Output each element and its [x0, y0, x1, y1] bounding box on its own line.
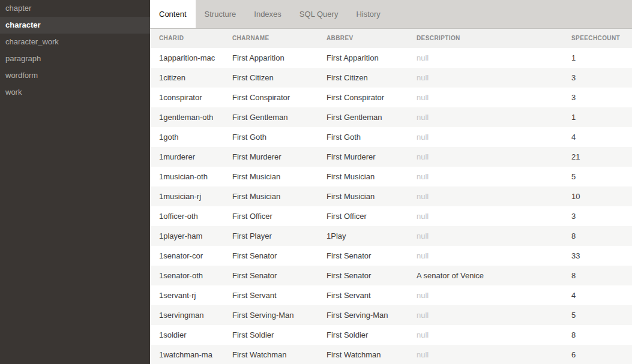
cell-speechcount: 4 [562, 285, 632, 305]
sidebar-item-paragraph[interactable]: paragraph [0, 50, 150, 67]
cell-charid: 1soldier [150, 325, 223, 345]
table-row[interactable]: 1musician-othFirst MusicianFirst Musicia… [150, 167, 632, 186]
tab-bar: ContentStructureIndexesSQL QueryHistory [150, 0, 632, 29]
cell-charname: First Soldier [223, 325, 318, 345]
cell-speechcount: 1 [562, 107, 632, 127]
cell-speechcount: 5 [562, 167, 632, 186]
cell-charid: 1goth [150, 127, 223, 147]
cell-charid: 1musician-oth [150, 167, 223, 186]
column-header-abbrev[interactable]: ABBREV [318, 29, 408, 48]
cell-charid: 1servant-rj [150, 285, 223, 305]
main-panel: ContentStructureIndexesSQL QueryHistory … [150, 0, 632, 364]
cell-description: A senator of Venice [408, 266, 562, 285]
cell-abbrev: First Murderer [318, 147, 408, 167]
cell-charname: First Murderer [223, 147, 318, 167]
cell-charname: First Servant [223, 285, 318, 305]
table-row[interactable]: 1conspiratorFirst ConspiratorFirst Consp… [150, 88, 632, 107]
sidebar-item-chapter[interactable]: chapter [0, 0, 150, 17]
column-header-description[interactable]: DESCRIPTION [408, 29, 562, 48]
cell-speechcount: 1 [562, 48, 632, 68]
tab-structure[interactable]: Structure [196, 0, 245, 28]
cell-abbrev: First Goth [318, 127, 408, 147]
tab-sql-query[interactable]: SQL Query [290, 0, 348, 28]
cell-abbrev: First Senator [318, 246, 408, 266]
cell-speechcount: 3 [562, 88, 632, 107]
cell-description: null [408, 48, 562, 68]
cell-abbrev: First Soldier [318, 325, 408, 345]
cell-abbrev: First Officer [318, 206, 408, 226]
column-header-charid[interactable]: CHARID [150, 29, 223, 48]
cell-speechcount: 3 [562, 206, 632, 226]
column-header-speechcount[interactable]: SPEECHCOUNT [562, 29, 632, 48]
sidebar-item-work[interactable]: work [0, 84, 150, 101]
cell-charname: First Conspirator [223, 88, 318, 107]
cell-speechcount: 8 [562, 325, 632, 345]
cell-charid: 1watchman-ma [150, 345, 223, 364]
cell-description: null [408, 186, 562, 206]
cell-speechcount: 4 [562, 127, 632, 147]
cell-description: null [408, 68, 562, 88]
cell-abbrev: First Apparition [318, 48, 408, 68]
cell-abbrev: First Senator [318, 266, 408, 285]
cell-charname: First Senator [223, 266, 318, 285]
cell-charid: 1servingman [150, 305, 223, 325]
cell-charid: 1gentleman-oth [150, 107, 223, 127]
cell-charname: First Officer [223, 206, 318, 226]
table-row[interactable]: 1servingmanFirst Serving-ManFirst Servin… [150, 305, 632, 325]
cell-charname: First Watchman [223, 345, 318, 364]
cell-description: null [408, 226, 562, 246]
cell-abbrev: First Servant [318, 285, 408, 305]
cell-abbrev: 1Play [318, 226, 408, 246]
cell-charid: 1apparition-mac [150, 48, 223, 68]
cell-charname: First Senator [223, 246, 318, 266]
cell-speechcount: 10 [562, 186, 632, 206]
table-row[interactable]: 1senator-corFirst SenatorFirst Senatornu… [150, 246, 632, 266]
column-header-charname[interactable]: CHARNAME [223, 29, 318, 48]
table-row[interactable]: 1player-hamFirst Player1Playnull8 [150, 226, 632, 246]
cell-speechcount: 33 [562, 246, 632, 266]
cell-charname: First Apparition [223, 48, 318, 68]
sidebar-item-character-work[interactable]: character_work [0, 34, 150, 50]
cell-speechcount: 5 [562, 305, 632, 325]
cell-charid: 1player-ham [150, 226, 223, 246]
cell-abbrev: First Serving-Man [318, 305, 408, 325]
cell-description: null [408, 127, 562, 147]
table-row[interactable]: 1musician-rjFirst MusicianFirst Musician… [150, 186, 632, 206]
tab-history[interactable]: History [347, 0, 389, 28]
tab-content[interactable]: Content [150, 0, 196, 28]
table-row[interactable]: 1citizenFirst CitizenFirst Citizennull3 [150, 68, 632, 88]
table-row[interactable]: 1officer-othFirst OfficerFirst Officernu… [150, 206, 632, 226]
cell-description: null [408, 147, 562, 167]
table-body: 1apparition-macFirst ApparitionFirst App… [150, 48, 632, 364]
cell-description: null [408, 325, 562, 345]
table-row[interactable]: 1murdererFirst MurdererFirst Murderernul… [150, 147, 632, 167]
sidebar-item-character[interactable]: character [0, 17, 150, 34]
table-row[interactable]: 1apparition-macFirst ApparitionFirst App… [150, 48, 632, 68]
cell-charid: 1officer-oth [150, 206, 223, 226]
sidebar-item-wordform[interactable]: wordform [0, 67, 150, 84]
table-row[interactable]: 1senator-othFirst SenatorFirst SenatorA … [150, 266, 632, 285]
cell-description: null [408, 167, 562, 186]
table-row[interactable]: 1gothFirst GothFirst Gothnull4 [150, 127, 632, 147]
cell-abbrev: First Musician [318, 186, 408, 206]
cell-speechcount: 21 [562, 147, 632, 167]
cell-speechcount: 8 [562, 266, 632, 285]
cell-description: null [408, 285, 562, 305]
table-row[interactable]: 1soldierFirst SoldierFirst Soldiernull8 [150, 325, 632, 345]
cell-charid: 1conspirator [150, 88, 223, 107]
table-header-row: CHARIDCHARNAMEABBREVDESCRIPTIONSPEECHCOU… [150, 29, 632, 48]
cell-charid: 1senator-oth [150, 266, 223, 285]
table-row[interactable]: 1gentleman-othFirst GentlemanFirst Gentl… [150, 107, 632, 127]
cell-speechcount: 6 [562, 345, 632, 364]
table-list-sidebar: chaptercharactercharacter_workparagraphw… [0, 0, 150, 364]
cell-speechcount: 3 [562, 68, 632, 88]
cell-charname: First Musician [223, 167, 318, 186]
cell-abbrev: First Conspirator [318, 88, 408, 107]
cell-charname: First Goth [223, 127, 318, 147]
cell-abbrev: First Watchman [318, 345, 408, 364]
table-row[interactable]: 1servant-rjFirst ServantFirst Servantnul… [150, 285, 632, 305]
table-row[interactable]: 1watchman-maFirst WatchmanFirst Watchman… [150, 345, 632, 364]
cell-description: null [408, 107, 562, 127]
cell-charname: First Serving-Man [223, 305, 318, 325]
tab-indexes[interactable]: Indexes [245, 0, 290, 28]
